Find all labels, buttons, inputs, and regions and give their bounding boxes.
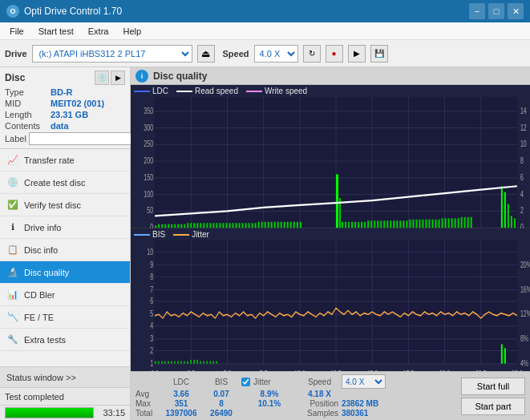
svg-text:6: 6 xyxy=(150,295,153,305)
svg-rect-122 xyxy=(432,220,434,228)
svg-rect-196 xyxy=(184,361,185,363)
legend-write-speed-label: Write speed xyxy=(265,87,307,95)
progress-bar-section: 33:15 xyxy=(0,405,130,420)
position-label: Position xyxy=(297,399,342,408)
svg-rect-106 xyxy=(380,220,382,228)
svg-rect-129 xyxy=(455,218,456,228)
jitter-label: Jitter xyxy=(253,378,271,386)
disc-icon-btn2[interactable]: ▶ xyxy=(111,71,125,85)
svg-rect-117 xyxy=(415,220,417,228)
start-part-button[interactable]: Start part xyxy=(461,398,525,415)
svg-rect-50 xyxy=(168,224,169,228)
svg-rect-189 xyxy=(161,361,163,363)
svg-rect-61 xyxy=(203,223,204,228)
speed-select[interactable]: 4.0 X 1.0 X 2.0 X 8.0 X xyxy=(254,45,298,63)
position-value: 23862 MB xyxy=(342,399,398,408)
svg-rect-55 xyxy=(184,224,185,228)
svg-rect-96 xyxy=(348,222,350,228)
chart1-legend: LDC Read speed Write speed xyxy=(131,85,530,97)
status-window-button[interactable]: Status window >> xyxy=(0,366,130,387)
sidebar-item-verify-test-disc[interactable]: ✅ Verify test disc xyxy=(0,194,130,216)
progress-section: Test completed xyxy=(0,387,130,405)
svg-rect-126 xyxy=(445,218,447,228)
nav-label-verify-test-disc: Verify test disc xyxy=(24,200,81,210)
minimize-button[interactable]: − xyxy=(469,3,485,19)
nav-label-extra-tests: Extra tests xyxy=(24,335,66,345)
restore-button[interactable]: □ xyxy=(488,3,504,19)
svg-rect-92 xyxy=(336,174,338,228)
refresh-button[interactable]: ↻ xyxy=(303,45,321,63)
sidebar-item-transfer-rate[interactable]: 📈 Transfer rate xyxy=(0,149,130,172)
jitter-line-icon xyxy=(173,234,189,236)
jitter-checkbox[interactable] xyxy=(241,378,250,386)
legend-bis-label: BIS xyxy=(152,230,165,239)
nav-label-cd-bler: CD Bler xyxy=(24,290,55,300)
svg-text:10: 10 xyxy=(520,139,527,149)
samples-label: Samples xyxy=(297,409,342,418)
disc-type-row: Type BD-R xyxy=(5,87,125,97)
svg-rect-58 xyxy=(193,223,195,228)
svg-rect-194 xyxy=(177,361,179,363)
disc-icon-btn1[interactable]: 💿 xyxy=(95,71,109,85)
svg-text:2.5: 2.5 xyxy=(187,368,195,371)
sidebar-item-drive-info[interactable]: ℹ Drive info xyxy=(0,216,130,239)
sidebar-item-disc-info[interactable]: 📋 Disc info xyxy=(0,239,130,261)
close-button[interactable]: ✕ xyxy=(508,3,524,19)
svg-rect-80 xyxy=(265,222,266,228)
menu-help[interactable]: Help xyxy=(116,25,148,38)
max-bis-value: 8 xyxy=(201,399,241,408)
nav-label-transfer-rate: Transfer rate xyxy=(24,155,75,165)
svg-rect-124 xyxy=(439,220,440,228)
drive-select[interactable]: (k:) ATAPI iHBS312 2 PL17 xyxy=(32,45,192,63)
status-window-label: Status window >> xyxy=(6,373,76,382)
svg-text:2: 2 xyxy=(520,206,524,216)
svg-rect-112 xyxy=(399,220,401,228)
svg-text:12%: 12% xyxy=(520,309,530,319)
svg-rect-59 xyxy=(196,223,198,228)
svg-rect-66 xyxy=(219,223,220,228)
avg-jitter-value: 8.9% xyxy=(241,390,297,398)
label-input[interactable] xyxy=(29,132,132,145)
play-button[interactable]: ▶ xyxy=(348,45,366,63)
svg-rect-101 xyxy=(364,222,366,228)
mid-value: MEIT02 (001) xyxy=(51,99,125,108)
sidebar-item-create-test-disc[interactable]: 💿 Create test disc xyxy=(0,172,130,194)
svg-text:250: 250 xyxy=(144,139,153,149)
svg-rect-206 xyxy=(216,361,217,363)
title-bar-left: O Opti Drive Control 1.70 xyxy=(6,5,122,18)
samples-value: 380361 xyxy=(342,409,398,418)
start-full-button[interactable]: Start full xyxy=(461,378,525,395)
stats-ldc-header: LDC xyxy=(161,378,201,386)
svg-rect-57 xyxy=(190,223,192,228)
sidebar-item-disc-quality[interactable]: 🔬 Disc quality xyxy=(0,261,130,284)
svg-text:20%: 20% xyxy=(520,259,530,269)
svg-rect-89 xyxy=(293,222,295,228)
eject-button[interactable]: ⏏ xyxy=(197,45,215,63)
svg-text:2: 2 xyxy=(150,345,153,355)
stats-bis-header: BIS xyxy=(201,378,241,386)
app-icon: O xyxy=(6,5,19,18)
menu-start-test[interactable]: Start test xyxy=(32,25,80,38)
menu-file[interactable]: File xyxy=(3,25,30,38)
svg-rect-103 xyxy=(370,220,372,228)
svg-rect-128 xyxy=(451,218,453,228)
sidebar-item-cd-bler[interactable]: 📊 CD Bler xyxy=(0,284,130,306)
progress-time: 33:15 xyxy=(97,408,125,418)
sidebar-item-extra-tests[interactable]: 🔧 Extra tests xyxy=(0,329,130,351)
svg-rect-139 xyxy=(514,218,516,228)
save-button[interactable]: 💾 xyxy=(370,45,388,63)
menu-extra[interactable]: Extra xyxy=(82,25,115,38)
svg-rect-48 xyxy=(161,224,163,228)
svg-rect-138 xyxy=(511,216,512,228)
contents-label: Contents xyxy=(5,121,49,131)
svg-rect-204 xyxy=(209,361,211,363)
svg-rect-135 xyxy=(501,186,503,228)
svg-rect-47 xyxy=(158,224,160,228)
svg-rect-134 xyxy=(471,217,472,228)
svg-rect-67 xyxy=(222,223,224,228)
svg-rect-78 xyxy=(258,222,260,228)
svg-rect-137 xyxy=(508,204,509,228)
speed-stats-select[interactable]: 4.0 X 1.0 X 2.0 X 8.0 X xyxy=(342,374,386,389)
sidebar-item-fe-te[interactable]: 📉 FE / TE xyxy=(0,306,130,329)
record-button[interactable]: ● xyxy=(326,45,343,63)
